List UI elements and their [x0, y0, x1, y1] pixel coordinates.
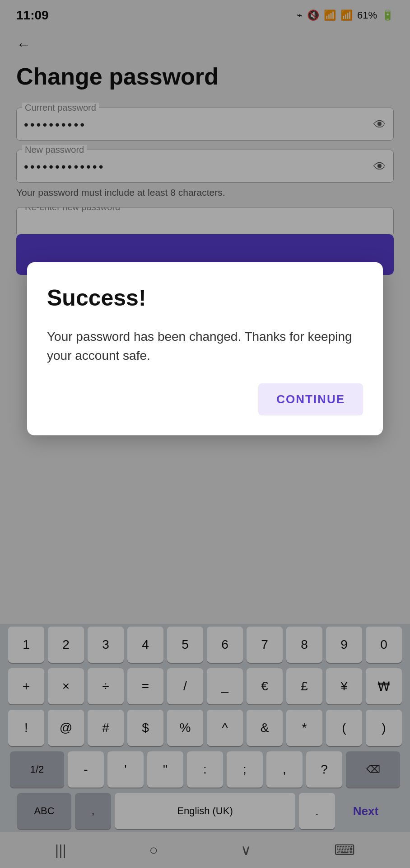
continue-button[interactable]: CONTINUE	[258, 383, 363, 415]
modal-title: Success!	[47, 285, 363, 311]
modal-actions: CONTINUE	[47, 383, 363, 415]
success-modal: Success! Your password has been changed.…	[27, 262, 383, 435]
modal-body: Your password has been changed. Thanks f…	[47, 327, 363, 365]
